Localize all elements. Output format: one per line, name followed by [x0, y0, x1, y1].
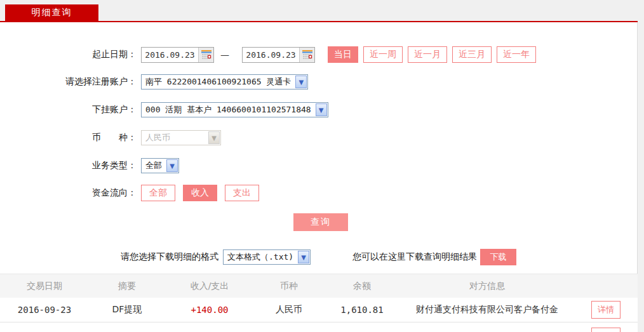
biz-type-row: 业务类型： 全部 ▼ — [0, 158, 637, 173]
table-body: 2016-09-23DF提现+140.00人民币1,610.81财付通支付科技有… — [0, 298, 638, 322]
currency-value: 人民币 — [142, 132, 174, 143]
download-format-select[interactable]: 文本格式（.txt) ▼ — [223, 249, 311, 265]
chevron-down-icon: ▼ — [208, 131, 220, 144]
date-range-label: 起止日期： — [0, 49, 137, 60]
currency-select: 人民币 ▼ — [141, 130, 221, 145]
results-table: 交易日期摘要收入/支出币种余额对方信息 2016-09-23DF提现+140.0… — [0, 274, 638, 332]
cell-summary: DF提现 — [89, 304, 165, 315]
quick-range-button[interactable]: 近一月 — [408, 46, 447, 63]
cell-date: 2016-09-23 — [0, 305, 89, 315]
chevron-down-icon[interactable]: ▼ — [316, 103, 327, 116]
quick-range-button[interactable]: 近三月 — [452, 46, 492, 63]
register-account-row: 请选择注册账户： 南平 6222001406100921065 灵通卡 ▼ — [0, 74, 637, 90]
chevron-down-icon[interactable]: ▼ — [295, 76, 307, 88]
top-tab-bar: 明细查询 — [0, 0, 644, 21]
detail-query-page: 明细查询 起止日期： 2016.09.23 — [0, 0, 644, 332]
download-format-label: 请您选择下载明细的格式 — [121, 251, 218, 263]
query-form-panel: 起止日期： 2016.09.23 — — [0, 22, 638, 332]
register-account-value: 南平 6222001406100921065 灵通卡 — [142, 76, 295, 88]
table-row-partial: 详情 — [0, 322, 638, 332]
cell-currency: 人民币 — [254, 304, 324, 315]
table-header-row: 交易日期摘要收入/支出币种余额对方信息 — [0, 274, 638, 298]
currency-row: 币种： 人民币 ▼ — [0, 130, 637, 145]
register-account-select[interactable]: 南平 6222001406100921065 灵通卡 ▼ — [141, 74, 308, 90]
download-format-value: 文本格式（.txt) — [224, 251, 297, 263]
biz-type-label: 业务类型： — [0, 160, 137, 171]
biz-type-select[interactable]: 全部 ▼ — [141, 158, 179, 173]
cell-balance: 1,610.81 — [324, 305, 400, 315]
chevron-down-icon[interactable]: ▼ — [166, 159, 178, 172]
date-from-input[interactable]: 2016.09.23 — [141, 47, 214, 63]
date-range-row: 起止日期： 2016.09.23 — — [0, 46, 637, 63]
quick-range-buttons: 当日近一周近一月近三月近一年 — [323, 46, 536, 63]
fund-flow-button[interactable]: 收入 — [183, 185, 217, 201]
cell-counterparty: 财付通支付科技有限公司客户备付金 — [400, 304, 574, 315]
table-row: 2016-09-23DF提现+140.00人民币1,610.81财付通支付科技有… — [0, 298, 638, 322]
table-header-cell: 交易日期 — [0, 281, 89, 292]
table-header-cell: 对方信息 — [400, 281, 574, 292]
calendar-icon[interactable] — [198, 48, 213, 62]
table-header-cell: 摘要 — [89, 281, 165, 292]
sub-account-select[interactable]: 000 活期 基本户 1406600101102571848 ▼ — [141, 102, 328, 117]
download-hint: 您可以在这里下载查询明细结果 — [352, 251, 477, 263]
fund-flow-row: 资金流向： 全部收入支出 — [0, 185, 637, 201]
detail-button[interactable]: 详情 — [591, 328, 621, 332]
query-button[interactable]: 查询 — [293, 213, 348, 231]
fund-flow-label: 资金流向： — [0, 187, 137, 199]
quick-range-button[interactable]: 当日 — [328, 46, 358, 63]
sub-account-value: 000 活期 基本户 1406600101102571848 — [142, 104, 315, 116]
calendar-icon[interactable] — [299, 48, 314, 62]
date-to-value: 2016.09.23 — [243, 50, 299, 60]
sub-account-label: 下挂账户： — [0, 104, 137, 116]
currency-label: 币种： — [0, 132, 137, 143]
table-header-cell: 余额 — [324, 281, 400, 292]
quick-range-button[interactable]: 近一年 — [497, 46, 536, 63]
detail-button[interactable]: 详情 — [591, 301, 621, 319]
table-header-cell: 币种 — [254, 281, 324, 292]
chevron-down-icon[interactable]: ▼ — [298, 251, 309, 263]
fund-flow-button[interactable]: 支出 — [225, 185, 259, 201]
date-to-input[interactable]: 2016.09.23 — [242, 47, 315, 63]
download-row: 请您选择下载明细的格式 文本格式（.txt) ▼ 您可以在这里下载查询明细结果 … — [0, 249, 637, 265]
date-range-separator: — — [220, 50, 229, 60]
register-account-label: 请选择注册账户： — [0, 76, 137, 88]
cell-amount: +140.00 — [165, 305, 254, 315]
tab-detail-query[interactable]: 明细查询 — [5, 4, 98, 21]
fund-flow-buttons: 全部收入支出 — [137, 185, 259, 201]
table-header-cell: 收入/支出 — [165, 281, 254, 292]
sub-account-row: 下挂账户： 000 活期 基本户 1406600101102571848 ▼ — [0, 102, 637, 117]
date-from-value: 2016.09.23 — [142, 50, 198, 60]
fund-flow-button[interactable]: 全部 — [141, 185, 175, 201]
download-button[interactable]: 下载 — [480, 249, 516, 265]
quick-range-button[interactable]: 近一周 — [363, 46, 403, 63]
biz-type-value: 全部 — [142, 160, 166, 171]
